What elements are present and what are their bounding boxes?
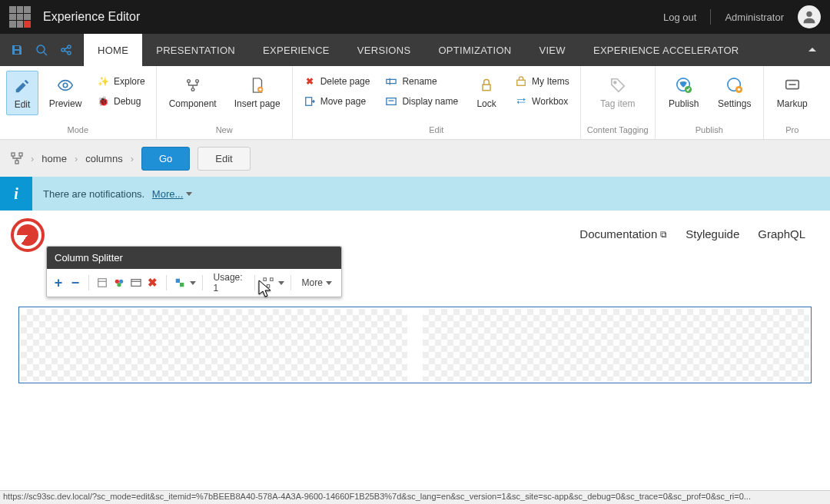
edit-button[interactable]: Edit: [198, 147, 250, 171]
edit-mode-button[interactable]: Edit: [6, 71, 38, 115]
nav-documentation[interactable]: Documentation⧉: [579, 227, 667, 240]
lock-icon: [476, 75, 496, 95]
explore-icon: ✨: [97, 75, 109, 88]
my-items-icon: [515, 75, 527, 88]
move-component-icon[interactable]: [173, 274, 187, 291]
rename-icon: [385, 75, 397, 88]
separator: [710, 9, 711, 25]
svg-rect-13: [305, 98, 311, 106]
svg-rect-29: [15, 161, 18, 164]
placeholder-column-left[interactable]: [21, 309, 407, 381]
more-button[interactable]: More: [297, 277, 337, 288]
app-logo[interactable]: [9, 6, 31, 28]
delete-icon: ✖: [304, 75, 316, 88]
personalize-icon[interactable]: [112, 274, 126, 291]
svg-line-2: [44, 52, 47, 55]
tab-versions[interactable]: VERSIONS: [344, 34, 425, 66]
breadcrumb-item-columns[interactable]: columns: [85, 153, 122, 164]
ribbon-group-mode: Edit Preview ✨Explore 🐞Debug Mode: [0, 66, 157, 139]
tab-presentation[interactable]: PRESENTATION: [142, 34, 249, 66]
caret-down-icon[interactable]: [190, 281, 196, 285]
delete-page-button[interactable]: ✖Delete page: [300, 74, 374, 89]
svg-point-32: [115, 280, 119, 284]
layout-icon[interactable]: [129, 274, 143, 291]
breadcrumb-bar: › home › columns › Go Edit: [0, 140, 830, 177]
svg-rect-40: [270, 278, 273, 281]
tree-select-icon[interactable]: [261, 274, 275, 291]
svg-point-20: [614, 81, 616, 84]
svg-point-34: [117, 283, 121, 287]
ribbon-group-proofing: Markup Pro: [764, 66, 821, 139]
svg-point-5: [68, 51, 71, 55]
svg-rect-28: [19, 153, 22, 156]
site-logo[interactable]: [11, 218, 45, 252]
tag-icon: [608, 75, 628, 95]
notification-bar: i There are notifications. More...: [0, 177, 830, 211]
go-button[interactable]: Go: [141, 147, 190, 171]
settings-button[interactable]: Settings: [712, 71, 757, 114]
svg-rect-39: [264, 278, 267, 281]
markup-icon: [782, 75, 802, 95]
notification-more-link[interactable]: More...: [152, 188, 192, 200]
breadcrumb-item-home[interactable]: home: [42, 153, 67, 164]
svg-rect-27: [12, 153, 15, 156]
caret-down-icon[interactable]: [278, 281, 284, 285]
svg-point-1: [37, 45, 45, 53]
tab-home[interactable]: HOME: [84, 34, 142, 66]
svg-rect-37: [175, 279, 179, 283]
svg-point-25: [737, 88, 740, 91]
tab-optimization[interactable]: OPTIMIZATION: [424, 34, 525, 66]
svg-point-11: [191, 88, 194, 91]
svg-rect-30: [98, 279, 107, 287]
notification-text: There are notifications.: [43, 188, 144, 200]
svg-point-33: [119, 280, 123, 284]
column-splitter-placeholder[interactable]: [18, 307, 812, 383]
debug-icon: 🐞: [97, 95, 109, 108]
markup-button[interactable]: Markup: [770, 71, 815, 114]
tab-view[interactable]: VIEW: [525, 34, 579, 66]
component-chrome-title: Column Splitter: [47, 247, 341, 269]
add-icon[interactable]: +: [51, 274, 65, 291]
svg-point-9: [187, 80, 190, 83]
delete-component-icon[interactable]: ✖: [146, 274, 160, 291]
preview-icon: [55, 75, 75, 95]
display-name-button[interactable]: Display name: [382, 94, 461, 109]
user-name[interactable]: Administrator: [725, 12, 784, 23]
remove-icon[interactable]: −: [68, 274, 82, 291]
publish-button[interactable]: Publish: [662, 71, 706, 114]
share-icon[interactable]: [55, 39, 77, 61]
placeholder-column-right[interactable]: [423, 309, 809, 381]
my-items-button[interactable]: My Items: [512, 74, 573, 89]
display-name-icon: [385, 95, 397, 108]
explore-button[interactable]: ✨Explore: [94, 74, 148, 89]
svg-rect-14: [387, 79, 396, 83]
ribbon: Edit Preview ✨Explore 🐞Debug Mode Compon…: [0, 66, 830, 140]
chevron-right-icon: ›: [31, 153, 34, 164]
nav-graphql[interactable]: GraphQL: [758, 227, 805, 240]
insert-page-button[interactable]: Insert page: [229, 71, 286, 114]
svg-rect-18: [483, 85, 490, 91]
info-icon: i: [0, 177, 32, 211]
lock-button[interactable]: Lock: [469, 71, 504, 114]
svg-point-3: [61, 48, 65, 51]
save-icon[interactable]: [6, 39, 28, 61]
debug-button[interactable]: 🐞Debug: [94, 94, 148, 109]
caret-down-icon: [326, 281, 332, 285]
ribbon-group-tagging: Tag item Content Tagging: [581, 66, 656, 139]
avatar[interactable]: [798, 5, 821, 28]
workbox-button[interactable]: ⮂Workbox: [512, 94, 573, 109]
tag-item-button[interactable]: Tag item: [587, 71, 649, 114]
search-icon[interactable]: [31, 39, 52, 61]
rename-button[interactable]: Rename: [382, 74, 461, 89]
component-button[interactable]: Component: [163, 71, 223, 114]
tab-experience-accelerator[interactable]: EXPERIENCE ACCELERATOR: [579, 34, 753, 66]
collapse-ribbon-icon[interactable]: [795, 34, 830, 66]
tree-icon[interactable]: [11, 152, 23, 164]
logout-link[interactable]: Log out: [663, 12, 696, 23]
preview-button[interactable]: Preview: [45, 71, 86, 114]
nav-styleguide[interactable]: Styleguide: [686, 227, 739, 240]
chevron-right-icon: ›: [75, 153, 78, 164]
datasource-icon[interactable]: [95, 274, 109, 291]
tab-experience[interactable]: EXPERIENCE: [249, 34, 344, 66]
move-page-button[interactable]: Move page: [300, 94, 374, 109]
